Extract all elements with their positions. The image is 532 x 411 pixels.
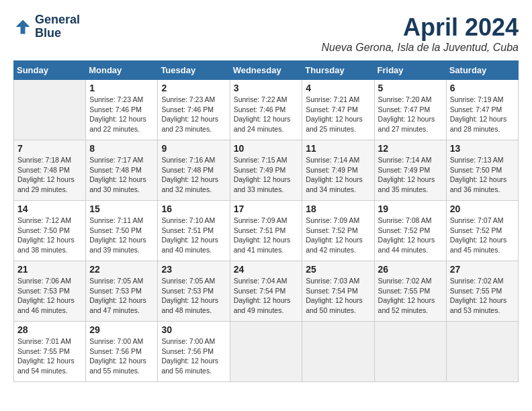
weekday-header-monday: Monday (86, 61, 158, 80)
day-info: Sunrise: 7:19 AMSunset: 7:47 PMDaylight:… (450, 95, 515, 134)
day-number: 24 (234, 264, 299, 275)
day-info: Sunrise: 7:14 AMSunset: 7:49 PMDaylight:… (306, 155, 370, 195)
calendar-cell (14, 80, 86, 140)
day-info: Sunrise: 7:23 AMSunset: 7:46 PMDaylight:… (89, 95, 154, 134)
day-info: Sunrise: 7:05 AMSunset: 7:53 PMDaylight:… (161, 276, 226, 316)
calendar-cell: 14Sunrise: 7:12 AMSunset: 7:50 PMDayligh… (14, 201, 86, 261)
week-row-5: 28Sunrise: 7:01 AMSunset: 7:55 PMDayligh… (14, 322, 519, 382)
svg-marker-0 (16, 19, 30, 34)
month-title: April 2024 (321, 13, 519, 42)
title-block: April 2024 Nueva Gerona, Isla de la Juve… (321, 13, 519, 54)
calendar-cell: 29Sunrise: 7:00 AMSunset: 7:56 PMDayligh… (86, 322, 158, 382)
calendar-cell: 10Sunrise: 7:15 AMSunset: 7:49 PMDayligh… (230, 140, 302, 201)
calendar-cell (230, 322, 302, 382)
day-info: Sunrise: 7:20 AMSunset: 7:47 PMDaylight:… (378, 95, 443, 134)
calendar-cell (374, 322, 446, 382)
day-info: Sunrise: 7:06 AMSunset: 7:53 PMDaylight:… (17, 276, 82, 316)
calendar-cell (446, 322, 518, 382)
day-info: Sunrise: 7:18 AMSunset: 7:48 PMDaylight:… (17, 155, 82, 195)
weekday-header-friday: Friday (374, 61, 446, 80)
calendar-cell: 15Sunrise: 7:11 AMSunset: 7:50 PMDayligh… (86, 201, 158, 261)
day-info: Sunrise: 7:00 AMSunset: 7:56 PMDaylight:… (89, 336, 154, 376)
logo: General Blue (13, 13, 80, 40)
day-info: Sunrise: 7:17 AMSunset: 7:48 PMDaylight:… (89, 155, 154, 195)
day-info: Sunrise: 7:02 AMSunset: 7:55 PMDaylight:… (450, 276, 515, 316)
calendar-cell: 8Sunrise: 7:17 AMSunset: 7:48 PMDaylight… (86, 140, 158, 201)
calendar-cell: 28Sunrise: 7:01 AMSunset: 7:55 PMDayligh… (14, 322, 86, 382)
day-number: 10 (234, 143, 299, 154)
day-number: 4 (306, 83, 370, 93)
day-info: Sunrise: 7:07 AMSunset: 7:52 PMDaylight:… (450, 216, 515, 255)
calendar-cell: 22Sunrise: 7:05 AMSunset: 7:53 PMDayligh… (86, 261, 158, 322)
location-title: Nueva Gerona, Isla de la Juventud, Cuba (321, 42, 519, 54)
calendar-cell: 6Sunrise: 7:19 AMSunset: 7:47 PMDaylight… (446, 80, 518, 140)
day-info: Sunrise: 7:15 AMSunset: 7:49 PMDaylight:… (234, 155, 299, 195)
calendar-cell: 16Sunrise: 7:10 AMSunset: 7:51 PMDayligh… (158, 201, 230, 261)
day-info: Sunrise: 7:10 AMSunset: 7:51 PMDaylight:… (161, 216, 226, 255)
day-number: 6 (450, 83, 515, 93)
day-number: 26 (378, 264, 443, 275)
calendar-cell: 9Sunrise: 7:16 AMSunset: 7:48 PMDaylight… (158, 140, 230, 201)
day-info: Sunrise: 7:14 AMSunset: 7:49 PMDaylight:… (378, 155, 443, 195)
calendar-cell: 23Sunrise: 7:05 AMSunset: 7:53 PMDayligh… (158, 261, 230, 322)
day-info: Sunrise: 7:05 AMSunset: 7:53 PMDaylight:… (89, 276, 154, 316)
day-number: 30 (161, 324, 226, 335)
day-info: Sunrise: 7:03 AMSunset: 7:54 PMDaylight:… (306, 276, 370, 316)
day-number: 23 (161, 264, 226, 275)
calendar-cell: 13Sunrise: 7:13 AMSunset: 7:50 PMDayligh… (446, 140, 518, 201)
calendar-cell: 21Sunrise: 7:06 AMSunset: 7:53 PMDayligh… (14, 261, 86, 322)
day-number: 3 (234, 83, 299, 93)
day-number: 27 (450, 264, 515, 275)
day-number: 15 (89, 203, 154, 214)
day-number: 7 (17, 143, 82, 154)
day-number: 25 (306, 264, 370, 275)
day-number: 20 (450, 203, 515, 214)
week-row-1: 1Sunrise: 7:23 AMSunset: 7:46 PMDaylight… (14, 80, 519, 140)
day-number: 5 (378, 83, 443, 93)
calendar-cell: 30Sunrise: 7:00 AMSunset: 7:56 PMDayligh… (158, 322, 230, 382)
day-info: Sunrise: 7:09 AMSunset: 7:52 PMDaylight:… (306, 216, 370, 255)
calendar-cell: 12Sunrise: 7:14 AMSunset: 7:49 PMDayligh… (374, 140, 446, 201)
calendar-cell: 11Sunrise: 7:14 AMSunset: 7:49 PMDayligh… (302, 140, 374, 201)
calendar-cell: 27Sunrise: 7:02 AMSunset: 7:55 PMDayligh… (446, 261, 518, 322)
calendar-cell: 24Sunrise: 7:04 AMSunset: 7:54 PMDayligh… (230, 261, 302, 322)
day-info: Sunrise: 7:12 AMSunset: 7:50 PMDaylight:… (17, 216, 82, 255)
calendar-cell: 25Sunrise: 7:03 AMSunset: 7:54 PMDayligh… (302, 261, 374, 322)
day-info: Sunrise: 7:11 AMSunset: 7:50 PMDaylight:… (89, 216, 154, 255)
calendar-cell: 20Sunrise: 7:07 AMSunset: 7:52 PMDayligh… (446, 201, 518, 261)
calendar-cell: 19Sunrise: 7:08 AMSunset: 7:52 PMDayligh… (374, 201, 446, 261)
calendar-cell: 4Sunrise: 7:21 AMSunset: 7:47 PMDaylight… (302, 80, 374, 140)
day-info: Sunrise: 7:00 AMSunset: 7:56 PMDaylight:… (161, 336, 226, 376)
day-number: 2 (161, 83, 226, 93)
calendar-cell: 7Sunrise: 7:18 AMSunset: 7:48 PMDaylight… (14, 140, 86, 201)
weekday-header-saturday: Saturday (446, 61, 518, 80)
day-info: Sunrise: 7:13 AMSunset: 7:50 PMDaylight:… (450, 155, 515, 195)
calendar-cell: 18Sunrise: 7:09 AMSunset: 7:52 PMDayligh… (302, 201, 374, 261)
day-number: 28 (17, 324, 82, 335)
day-number: 16 (161, 203, 226, 214)
day-number: 22 (89, 264, 154, 275)
day-number: 21 (17, 264, 82, 275)
day-number: 14 (17, 203, 82, 214)
day-number: 9 (161, 143, 226, 154)
day-number: 11 (306, 143, 370, 154)
week-row-2: 7Sunrise: 7:18 AMSunset: 7:48 PMDaylight… (14, 140, 519, 201)
day-info: Sunrise: 7:08 AMSunset: 7:52 PMDaylight:… (378, 216, 443, 255)
weekday-header-tuesday: Tuesday (158, 61, 230, 80)
calendar-cell: 17Sunrise: 7:09 AMSunset: 7:51 PMDayligh… (230, 201, 302, 261)
day-number: 1 (89, 83, 154, 93)
day-info: Sunrise: 7:04 AMSunset: 7:54 PMDaylight:… (234, 276, 299, 316)
day-number: 12 (378, 143, 443, 154)
calendar-cell: 5Sunrise: 7:20 AMSunset: 7:47 PMDaylight… (374, 80, 446, 140)
day-number: 8 (89, 143, 154, 154)
logo-text: General Blue (35, 13, 80, 40)
day-info: Sunrise: 7:09 AMSunset: 7:51 PMDaylight:… (234, 216, 299, 255)
calendar-table: SundayMondayTuesdayWednesdayThursdayFrid… (13, 60, 519, 382)
day-number: 18 (306, 203, 370, 214)
page-header: General Blue April 2024 Nueva Gerona, Is… (13, 13, 519, 54)
day-info: Sunrise: 7:16 AMSunset: 7:48 PMDaylight:… (161, 155, 226, 195)
weekday-header-wednesday: Wednesday (230, 61, 302, 80)
day-info: Sunrise: 7:02 AMSunset: 7:55 PMDaylight:… (378, 276, 443, 316)
calendar-cell: 26Sunrise: 7:02 AMSunset: 7:55 PMDayligh… (374, 261, 446, 322)
week-row-4: 21Sunrise: 7:06 AMSunset: 7:53 PMDayligh… (14, 261, 519, 322)
